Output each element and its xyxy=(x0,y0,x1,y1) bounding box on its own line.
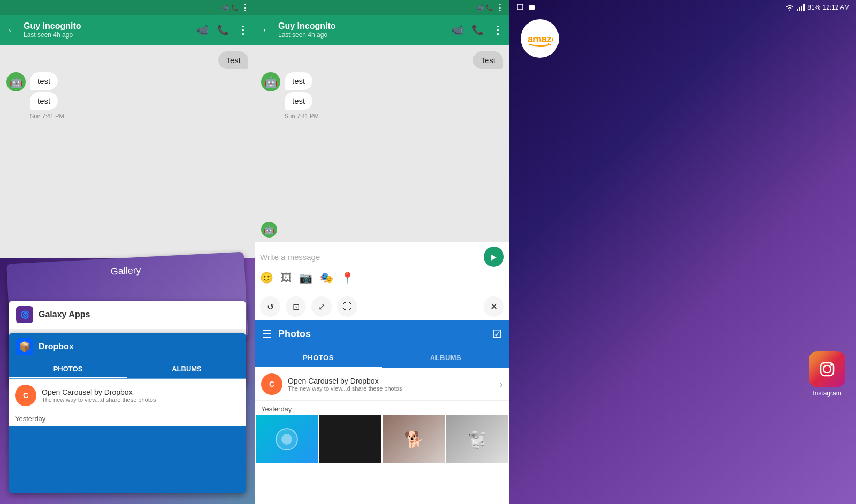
galaxy-apps-icon: 🌀 xyxy=(16,306,33,323)
middle-message-input[interactable]: Write a message xyxy=(260,250,480,264)
photo-tool-fullscreen[interactable]: ⛶ xyxy=(337,296,357,317)
dropbox-carousel-row: C Open Carousel by Dropbox The new way t… xyxy=(9,379,246,411)
svg-rect-3 xyxy=(529,5,535,10)
more-icon[interactable]: ⋮ xyxy=(241,3,249,13)
carousel-promo-title: Open Carousel by Dropbox xyxy=(288,377,402,385)
left-status-bar: 📹 📞 ⋮ xyxy=(0,0,255,15)
photo-tool-crop-alt[interactable]: ⊡ xyxy=(286,296,306,317)
header-action-icons: 📹 📞 ⋮ xyxy=(197,24,248,36)
video-icon-middle[interactable]: 📹 xyxy=(476,4,484,11)
middle-chat-input-row: Write a message ▶ xyxy=(260,247,504,267)
carousel-app-icon: C xyxy=(15,385,36,406)
message-notification-icon xyxy=(528,3,536,12)
recent-dropbox-card[interactable]: 📦 Dropbox PHOTOS ALBUMS C Open Carousel … xyxy=(9,333,246,493)
message-bubble: Test xyxy=(218,51,248,69)
middle-robot-icon: 🤖 xyxy=(264,75,278,88)
wifi-icon xyxy=(785,4,794,11)
video-call-header-icon[interactable]: 📹 xyxy=(197,24,209,36)
middle-status-icons: 📹 📞 ⋮ xyxy=(476,3,504,13)
photo-tools-toolbar: ↺ ⊡ ⤢ ⛶ ✕ xyxy=(255,293,509,320)
photos-content-area: C Open Carousel by Dropbox The new way t… xyxy=(255,368,509,504)
message-bubble: test xyxy=(30,72,58,90)
outgoing-message-1: Test xyxy=(6,51,248,69)
photos-app-header: ☰ Photos ☑ xyxy=(255,320,509,348)
svg-rect-2 xyxy=(517,4,523,10)
instagram-widget[interactable]: Instagram xyxy=(809,351,845,397)
amazon-widget[interactable]: amazon xyxy=(516,19,564,67)
middle-emoji-icon[interactable]: 🙂 xyxy=(260,271,273,284)
photo-thumb-1[interactable] xyxy=(256,415,318,463)
middle-contact-info: Guy Incognito Last seen 4h ago xyxy=(278,21,446,39)
video-call-middle-icon[interactable]: 📹 xyxy=(452,24,463,36)
middle-message-time: Sun 7:41 PM xyxy=(285,113,503,119)
instagram-app-icon xyxy=(809,351,845,387)
left-panel: 📹 📞 ⋮ ← Guy Incognito Last seen 4h ago 📹… xyxy=(0,0,255,504)
middle-send-button[interactable]: ▶ xyxy=(484,247,504,267)
more-header-icon[interactable]: ⋮ xyxy=(238,24,248,36)
battery-percentage: 81% xyxy=(807,4,820,11)
phone-icon[interactable]: 📞 xyxy=(231,4,239,11)
video-call-icon[interactable]: 📹 xyxy=(221,4,229,11)
middle-image-icon[interactable]: 🖼 xyxy=(281,272,292,284)
middle-status-bar: 📹 📞 ⋮ xyxy=(255,0,509,15)
photo-tool-rotate[interactable]: ↺ xyxy=(260,296,280,317)
carousel-text: Open Carousel by Dropbox The new way to … xyxy=(42,388,156,403)
photos-carousel-promo[interactable]: C Open Carousel by Dropbox The new way t… xyxy=(255,368,509,401)
dropbox-card-header: 📦 Dropbox xyxy=(9,333,246,361)
middle-chat-header: ← Guy Incognito Last seen 4h ago 📹 📞 ⋮ xyxy=(255,15,509,45)
robot-icon: 🤖 xyxy=(10,75,23,88)
middle-input-icons: 🙂 🖼 📷 🎭 📍 xyxy=(260,267,504,288)
galaxy-card-header: 🌀 Galaxy Apps xyxy=(9,301,246,329)
dropbox-photos-tab[interactable]: PHOTOS xyxy=(9,361,127,378)
middle-message-group: test test xyxy=(285,72,312,110)
middle-contact-status: Last seen 4h ago xyxy=(278,31,446,39)
photos-tab-photos[interactable]: PHOTOS xyxy=(255,348,382,368)
photo-tool-expand[interactable]: ⤢ xyxy=(311,296,332,317)
phone-middle-icon[interactable]: 📞 xyxy=(472,24,484,36)
middle-panel: 📹 📞 ⋮ ← Guy Incognito Last seen 4h ago 📹… xyxy=(255,0,509,504)
middle-typing-avatar: 🤖 xyxy=(261,222,277,238)
svg-rect-5 xyxy=(799,7,800,11)
carousel-title: Open Carousel by Dropbox xyxy=(42,388,156,396)
carousel-promo-icon: C xyxy=(261,373,282,395)
photo-thumb-2[interactable] xyxy=(319,415,382,463)
galaxy-apps-title: Galaxy Apps xyxy=(39,310,90,319)
home-status-bar: 81% 12:12 AM xyxy=(509,0,856,15)
middle-outgoing-message: Test xyxy=(261,51,503,69)
photos-grid: 🐕 🐩 xyxy=(255,415,509,463)
middle-avatar: 🤖 xyxy=(261,72,280,91)
photos-select-icon[interactable]: ☑ xyxy=(492,327,502,340)
middle-location-icon[interactable]: 📍 xyxy=(341,271,354,284)
middle-message-bubble-1: test xyxy=(285,72,312,90)
dropbox-albums-tab[interactable]: ALBUMS xyxy=(127,361,246,378)
svg-rect-7 xyxy=(803,4,805,11)
notification-icon xyxy=(516,3,524,12)
middle-robot-avatar-icon: 🤖 xyxy=(264,225,274,235)
svg-point-1 xyxy=(281,434,292,445)
contact-name: Guy Incognito xyxy=(24,21,192,31)
left-status-icons: 📹 📞 ⋮ xyxy=(221,3,249,13)
photo-thumb-4[interactable]: 🐩 xyxy=(446,415,509,463)
middle-message-bubble-2: test xyxy=(285,92,312,110)
middle-back-button[interactable]: ← xyxy=(261,23,273,37)
amazon-icon: amazon xyxy=(521,19,559,58)
galaxy-icon-symbol: 🌀 xyxy=(20,310,29,319)
back-button[interactable]: ← xyxy=(6,23,18,37)
dropbox-title: Dropbox xyxy=(39,342,74,352)
phone-icon-middle[interactable]: 📞 xyxy=(486,4,493,11)
svg-point-51 xyxy=(823,365,831,373)
photos-tab-albums[interactable]: ALBUMS xyxy=(382,348,509,368)
photo-thumb-3[interactable]: 🐕 xyxy=(383,415,445,463)
incoming-message-1: 🤖 test test xyxy=(6,72,248,110)
svg-rect-4 xyxy=(797,9,798,11)
middle-sticker-icon[interactable]: 🎭 xyxy=(320,271,333,284)
middle-message-bubble-out: Test xyxy=(473,51,503,69)
left-chat-header: ← Guy Incognito Last seen 4h ago 📹 📞 ⋮ xyxy=(0,15,255,45)
photos-menu-icon[interactable]: ☰ xyxy=(262,327,272,340)
more-middle-icon[interactable]: ⋮ xyxy=(492,24,503,36)
photo-tool-close[interactable]: ✕ xyxy=(484,296,504,317)
phone-header-icon[interactable]: 📞 xyxy=(217,24,229,36)
more-icon-middle[interactable]: ⋮ xyxy=(495,3,504,13)
message-bubble: test xyxy=(30,92,58,110)
middle-camera-icon[interactable]: 📷 xyxy=(299,271,312,284)
